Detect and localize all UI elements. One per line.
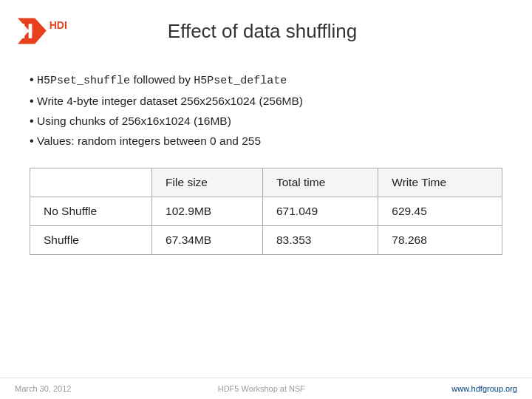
hdf-logo: HDF — [15, 13, 66, 49]
row-label-noshuffle: No Shuffle — [30, 197, 152, 225]
slide: HDF Effect of data shuffling H5Pset_shuf… — [0, 0, 532, 399]
cell-noshuffle-filesize: 102.9MB — [152, 197, 263, 225]
content-area: H5Pset_shuffle followed by H5Pset_deflat… — [0, 56, 532, 378]
cell-shuffle-writetime: 78.268 — [378, 225, 502, 254]
table-row: Shuffle 67.34MB 83.353 78.268 — [30, 225, 502, 254]
cell-noshuffle-writetime: 629.45 — [378, 197, 502, 225]
col-header-totaltime: Total time — [262, 168, 378, 197]
cell-shuffle-filesize: 67.34MB — [152, 225, 263, 254]
list-item: Write 4-byte integer dataset 256x256x102… — [30, 91, 502, 111]
svg-rect-3 — [21, 30, 33, 33]
header: HDF Effect of data shuffling — [0, 0, 532, 56]
list-item: H5Pset_shuffle followed by H5Pset_deflat… — [30, 69, 502, 91]
code-snippet-2: H5Pset_deflate — [194, 75, 287, 87]
col-header-writetime: Write Time — [378, 168, 502, 197]
footer: March 30, 2012 HDF5 Workshop at NSF www.… — [0, 378, 532, 399]
list-item: Values: random integers between 0 and 25… — [30, 131, 502, 151]
data-table: File size Total time Write Time No Shuff… — [30, 168, 502, 255]
bullet-list: H5Pset_shuffle followed by H5Pset_deflat… — [30, 69, 502, 151]
cell-shuffle-totaltime: 83.353 — [262, 225, 378, 254]
col-header-empty — [30, 168, 152, 197]
footer-event: HDF5 Workshop at NSF — [218, 384, 305, 393]
table-row: No Shuffle 102.9MB 671.049 629.45 — [30, 197, 502, 225]
footer-date: March 30, 2012 — [15, 384, 71, 393]
table-header-row: File size Total time Write Time — [30, 168, 502, 197]
cell-noshuffle-totaltime: 671.049 — [262, 197, 378, 225]
list-item: Using chunks of 256x16x1024 (16MB) — [30, 111, 502, 131]
svg-text:HDF: HDF — [50, 19, 66, 31]
page-title: Effect of data shuffling — [66, 20, 510, 43]
col-header-filesize: File size — [152, 168, 263, 197]
code-snippet: H5Pset_shuffle — [37, 75, 130, 87]
footer-url: www.hdfgroup.org — [451, 384, 517, 393]
row-label-shuffle: Shuffle — [30, 225, 152, 254]
